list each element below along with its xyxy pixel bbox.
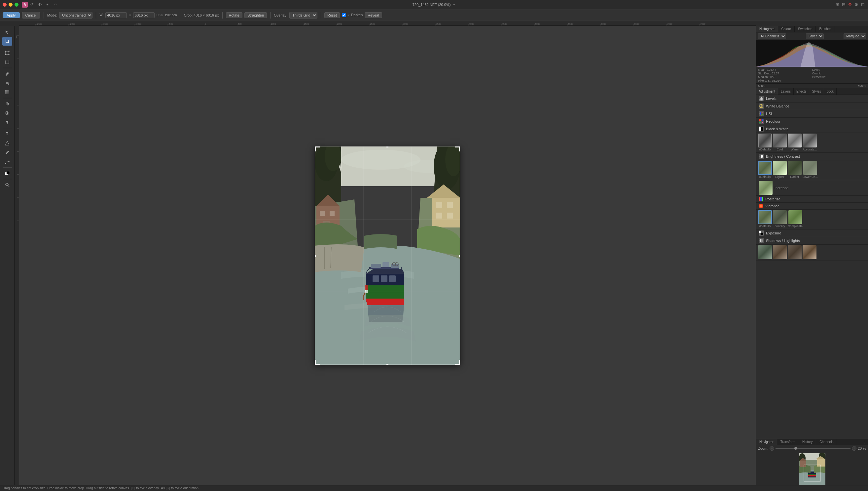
bc-thumb-lowerco[interactable]	[803, 161, 817, 175]
vib-preset-complicate[interactable]: Complicate	[788, 210, 803, 228]
vib-thumb-simplify[interactable]	[773, 210, 787, 224]
marquee-select[interactable]: Marquee	[843, 33, 866, 39]
bw-preset-cold[interactable]: Cold	[773, 134, 787, 151]
bw-preset-accurate[interactable]: Accurate...	[803, 134, 817, 151]
minimize-button[interactable]	[8, 3, 12, 7]
nav-options-btn[interactable]: ⋮	[863, 440, 866, 444]
adj-exposure[interactable]: Exposure	[756, 229, 868, 237]
bot-thumb-3[interactable]	[788, 246, 802, 259]
bw-thumb-default[interactable]	[758, 134, 772, 147]
bot-preset-1[interactable]	[758, 246, 772, 259]
tab-colour[interactable]: Colour	[778, 26, 795, 32]
bot-preset-3[interactable]	[788, 246, 802, 259]
tr-icon-5[interactable]: ⊡	[861, 2, 865, 7]
tb-icon-2[interactable]: ◐	[38, 2, 43, 7]
overlay-select[interactable]: Thirds Grid	[289, 12, 317, 19]
mode-select[interactable]: Unconstrained	[59, 12, 92, 19]
bot-thumb-2[interactable]	[773, 246, 787, 259]
bc-thumb-default[interactable]	[758, 161, 772, 175]
bot-preset-4[interactable]	[803, 246, 816, 259]
tool-select[interactable]	[2, 58, 12, 66]
bot-thumb-4[interactable]	[803, 246, 816, 259]
tool-transform[interactable]	[2, 49, 12, 57]
tool-shape[interactable]	[2, 139, 12, 147]
layer-select[interactable]: Layer	[806, 33, 824, 39]
bw-preset-default[interactable]: (Default)	[758, 134, 772, 151]
tool-crop[interactable]	[2, 37, 12, 46]
tb-icon-3[interactable]: ●	[46, 2, 52, 7]
reveal-button[interactable]: Reveal	[365, 12, 382, 18]
adj-hsl[interactable]: HSL	[756, 110, 868, 118]
zoom-plus-btn[interactable]: +	[852, 446, 857, 451]
tool-zoom[interactable]	[2, 180, 12, 189]
bw-thumb-cold[interactable]	[773, 134, 787, 147]
bc-preset-darker[interactable]: Darker	[788, 161, 802, 178]
vib-thumb-complicate[interactable]	[788, 210, 802, 224]
bc-preset-lowerco[interactable]: Lower Co...	[803, 161, 818, 178]
tab-histogram[interactable]: Histogram	[756, 26, 778, 32]
tab-swatches[interactable]: Swatches	[795, 26, 816, 32]
nav-tab-transform[interactable]: Transform	[777, 439, 799, 445]
tool-brush[interactable]	[2, 69, 12, 78]
adj-vibrance[interactable]: Vibrance	[756, 203, 868, 210]
adj-levels[interactable]: Levels	[756, 95, 868, 103]
rotate-button[interactable]: Rotate	[226, 12, 242, 18]
adj-posterize[interactable]: Posterize	[756, 196, 868, 203]
bc-preset-default[interactable]: (Default)	[758, 161, 772, 178]
canvas-area[interactable]	[19, 26, 756, 485]
reset-button[interactable]: Reset	[324, 12, 340, 18]
tr-icon-3[interactable]: ⊗	[848, 2, 852, 7]
bot-thumb-1[interactable]	[758, 246, 772, 259]
tool-clone[interactable]	[2, 99, 12, 108]
vib-thumb-default[interactable]	[758, 210, 772, 224]
tool-retouch[interactable]	[2, 109, 12, 117]
adj-tab-effects[interactable]: Effects	[794, 88, 809, 94]
adj-brightness-contrast[interactable]: Brightness / Contrast	[756, 153, 868, 161]
tool-dodge[interactable]	[2, 118, 12, 127]
bw-thumb-accurate[interactable]	[803, 134, 817, 147]
vib-preset-default[interactable]: (Default)	[758, 210, 772, 228]
adj-shadows-highlights[interactable]: Shadows / Highlights	[756, 237, 868, 245]
straighten-button[interactable]: Straighten	[244, 12, 267, 18]
nav-tab-navigator[interactable]: Navigator	[756, 439, 777, 445]
vib-preset-simplify[interactable]: Simplify	[773, 210, 787, 228]
nav-tab-channels[interactable]: Channels	[816, 439, 837, 445]
increase-thumb[interactable]	[759, 181, 773, 195]
adj-tab-adjustment[interactable]: Adjustment	[756, 88, 778, 94]
tb-icon-4[interactable]: ○	[54, 2, 59, 7]
tool-color-fg[interactable]	[2, 169, 12, 178]
darken-checkbox[interactable]	[342, 13, 346, 17]
apply-button[interactable]: Apply	[3, 12, 20, 18]
maximize-button[interactable]	[14, 3, 19, 7]
tr-icon-1[interactable]: ⊞	[836, 2, 839, 7]
nav-preview[interactable]	[756, 452, 868, 485]
channel-select[interactable]: All Channels Red Green Blue	[758, 33, 786, 39]
height-input[interactable]	[133, 12, 155, 18]
adj-tab-styles[interactable]: Styles	[809, 88, 824, 94]
nav-tab-history[interactable]: History	[799, 439, 816, 445]
bc-thumb-darker[interactable]	[788, 161, 802, 175]
zoom-slider[interactable]	[776, 448, 850, 449]
bw-thumb-warm[interactable]	[788, 134, 802, 147]
tool-node[interactable]	[2, 157, 12, 166]
tb-icon-1[interactable]: ⟳	[30, 2, 36, 7]
bc-preset-lighter[interactable]: Lighter	[773, 161, 787, 178]
title-dropdown-btn[interactable]: ▼	[453, 3, 456, 6]
close-button[interactable]	[3, 3, 7, 7]
adj-recolour[interactable]: Recolour	[756, 118, 868, 125]
bot-preset-2[interactable]	[773, 246, 787, 259]
tr-icon-2[interactable]: ⊟	[842, 2, 845, 7]
cancel-button[interactable]: Cancel	[22, 12, 40, 19]
tab-brushes[interactable]: Brushes	[816, 26, 835, 32]
adj-tab-dock[interactable]: dock	[824, 88, 837, 94]
tr-icon-4[interactable]: ⚙	[855, 2, 859, 7]
zoom-minus-btn[interactable]: -	[770, 446, 774, 451]
adj-bw[interactable]: Black & White	[756, 125, 868, 133]
adj-white-balance[interactable]: White Balance	[756, 103, 868, 110]
increase-item[interactable]: Increase...	[756, 180, 868, 196]
tool-fill[interactable]	[2, 79, 12, 87]
tool-pen[interactable]	[2, 148, 12, 157]
adj-tab-layers[interactable]: Layers	[778, 88, 794, 94]
tool-text[interactable]: T	[2, 129, 12, 138]
bc-thumb-lighter[interactable]	[773, 161, 787, 175]
